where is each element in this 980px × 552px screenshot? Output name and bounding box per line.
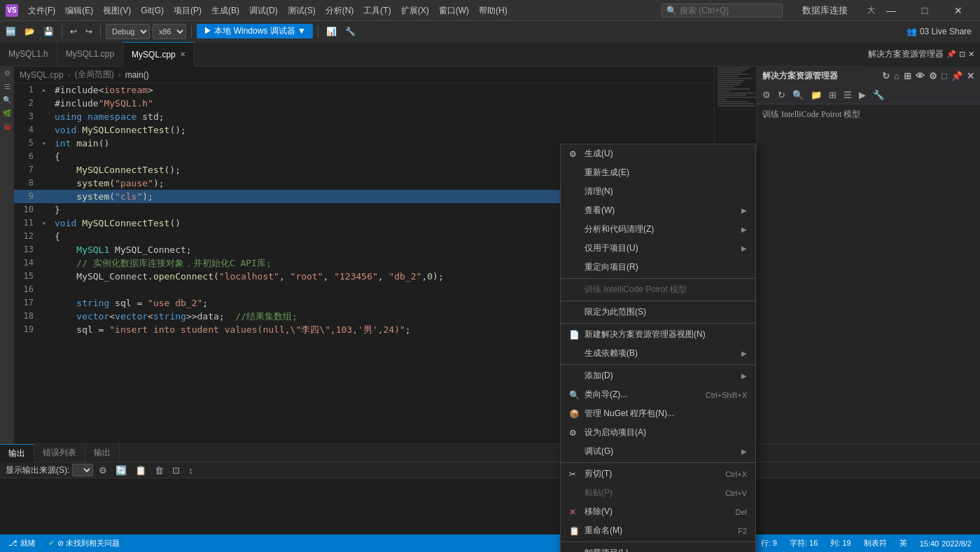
menu-test[interactable]: 测试(S) [284,0,320,21]
status-tab[interactable]: 制表符 [861,538,890,548]
menu-ext[interactable]: 扩展(X) [397,0,433,21]
tab-mysql1cpp[interactable]: MySQL1.cpp [57,42,123,67]
menu-analyze[interactable]: 分析(N) [321,0,358,21]
status-line[interactable]: 列: 19 [827,538,853,548]
minimize-button[interactable]: — [875,0,907,21]
code-content-1: #include<iostream> [52,83,714,97]
sol-toolbar-icon2[interactable]: ↻ [775,88,788,102]
bt-icon1[interactable]: ⚙ [96,464,110,476]
sol-toolbar-icon3[interactable]: 🔍 [790,88,806,102]
sol-pin-icon[interactable]: 📌 [951,71,962,81]
search-box[interactable]: 🔍 [662,4,783,18]
liveshare-button[interactable]: 👥 03 Live Share [901,25,977,38]
cm-deps[interactable]: 生成依赖项(B) ▶ [561,344,755,363]
sol-toolbar-icon5[interactable]: ⊞ [826,88,839,102]
cm-debug[interactable]: 调试(G) ▶ [561,442,755,461]
sol-toolbar-icon6[interactable]: ☰ [841,88,855,102]
debug-config-select[interactable]: Debug [106,24,150,39]
breadcrumb-scope[interactable]: (全局范围) [75,69,114,81]
tab-mysqlcpp[interactable]: MySQL.cpp ✕ [123,42,195,67]
sidebar-icon-2[interactable]: ☰ [1,83,13,90]
status-row[interactable]: 行: 9 [758,538,780,548]
cm-add[interactable]: 添加(D) ▶ [561,366,755,385]
toolbar-extra1[interactable]: 📊 [323,25,340,38]
status-errors[interactable]: ✔ ⊘ 未找到相关问题 [46,538,122,548]
cm-build[interactable]: ⚙ 生成(U) [561,144,755,163]
close-button[interactable]: ✕ [942,0,974,21]
bt-icon3[interactable]: 📋 [132,464,149,476]
output-source-select[interactable] [72,464,93,476]
search-input[interactable] [680,6,778,15]
menu-tools[interactable]: 工具(T) [359,0,395,21]
menu-debug[interactable]: 调试(D) [245,0,282,21]
status-lang[interactable]: 英 [897,538,910,548]
menu-file[interactable]: 文件(F) [24,0,59,21]
cm-new-view[interactable]: 📄 新建解决方案资源管理器视图(N) [561,325,755,344]
menu-help[interactable]: 帮助(H) [475,0,512,21]
bt-icon6[interactable]: ↕ [186,464,196,476]
bt-icon4[interactable]: 🗑 [152,464,167,476]
undo-button[interactable]: ↩ [67,25,80,38]
fold-5[interactable]: ▾ [42,137,52,150]
cm-rename[interactable]: 📋 重命名(M) F2 [561,521,755,540]
sol-settings-icon[interactable]: ⚙ [929,71,937,81]
cm-unload[interactable]: 卸载项目(L) [561,544,755,552]
toolbar-extra2[interactable]: 🔧 [342,25,358,38]
sol-toolbar-icon7[interactable]: ▶ [856,88,869,102]
sidebar-icon-3[interactable]: 🔍 [1,96,13,104]
platform-select[interactable]: x86 [153,24,186,39]
sol-toolbar-icon8[interactable]: 🔧 [870,88,887,102]
sol-close-icon[interactable]: ✕ [967,71,974,81]
menu-git[interactable]: Git(G) [136,0,168,21]
sol-view-icon[interactable]: 👁 [916,71,925,81]
sidebar-icon-4[interactable]: 🌿 [1,109,13,117]
sol-maximize-icon[interactable]: □ [941,71,947,81]
cm-startup[interactable]: ⚙ 设为启动项目(A) [561,423,755,442]
status-col[interactable]: 字符: 16 [787,538,820,548]
sol-toolbar-icon1[interactable]: ⚙ [760,88,774,102]
menu-edit[interactable]: 编辑(E) [61,0,97,21]
menu-project[interactable]: 项目(P) [169,0,206,21]
sol-home-icon[interactable]: ⌂ [894,71,899,81]
sol-filter-icon[interactable]: ⊞ [904,71,911,81]
toolbar-save-btn[interactable]: 💾 [41,25,57,38]
sidebar-icon-1[interactable]: ⚙ [1,69,13,77]
run-button[interactable]: ▶ 本地 Windows 调试器 ▼ [197,24,313,39]
output-source-label: 显示输出来源(S): [6,464,69,476]
restore-button[interactable]: □ [909,0,941,21]
status-branch[interactable]: ⎇ 就绪 [6,538,38,548]
fold-11[interactable]: ▾ [42,216,52,230]
cm-project-only[interactable]: 仅用于项目(U) ▶ [561,239,755,258]
fold-1[interactable]: ▸ [42,83,52,97]
tab-close-mysqlcpp[interactable]: ✕ [180,50,186,58]
menu-window[interactable]: 窗口(W) [435,0,473,21]
cm-remove[interactable]: ✕ 移除(V) Del [561,502,755,521]
cm-cut[interactable]: ✂ 剪切(T) Ctrl+X [561,464,755,483]
toolbar-open-btn[interactable]: 📂 [22,25,38,38]
cm-scope[interactable]: 限定为此范围(S) [561,303,755,322]
cm-clean[interactable]: 清理(N) [561,182,755,201]
cm-view[interactable]: 查看(W) ▶ [561,201,755,220]
bottom-tab-output2[interactable]: 输出 [85,444,120,462]
close-panel-icon[interactable]: ✕ [968,50,974,59]
sidebar-icon-5[interactable]: 🐞 [1,123,13,130]
cm-retarget[interactable]: 重定向项目(R) [561,258,755,277]
cm-analyze[interactable]: 分析和代码清理(Z) ▶ [561,220,755,239]
bt-icon2[interactable]: 🔄 [113,464,130,476]
menu-build[interactable]: 生成(B) [207,0,244,21]
cm-rebuild[interactable]: 重新生成(E) [561,163,755,182]
cm-classwizard[interactable]: 🔍 类向导(Z)... Ctrl+Shift+X [561,385,755,404]
tab-mysql1h[interactable]: MySQL1.h [0,42,57,67]
pin-icon[interactable]: 📌 [946,50,956,59]
sol-sync-icon[interactable]: ↻ [882,71,890,81]
bt-icon5[interactable]: ⊡ [169,464,183,476]
bottom-tab-output[interactable]: 输出 [0,444,34,462]
split-icon[interactable]: ⊡ [959,50,965,59]
redo-button[interactable]: ↪ [83,25,95,38]
bottom-tab-errors[interactable]: 错误列表 [34,444,85,462]
menu-view[interactable]: 视图(V) [99,0,135,21]
sol-toolbar-icon4[interactable]: 📁 [808,88,825,102]
cm-nuget[interactable]: 📦 管理 NuGet 程序包(N)... [561,404,755,423]
toolbar-new-btn[interactable]: 🆕 [3,25,19,38]
breadcrumb-func[interactable]: main() [125,70,149,80]
